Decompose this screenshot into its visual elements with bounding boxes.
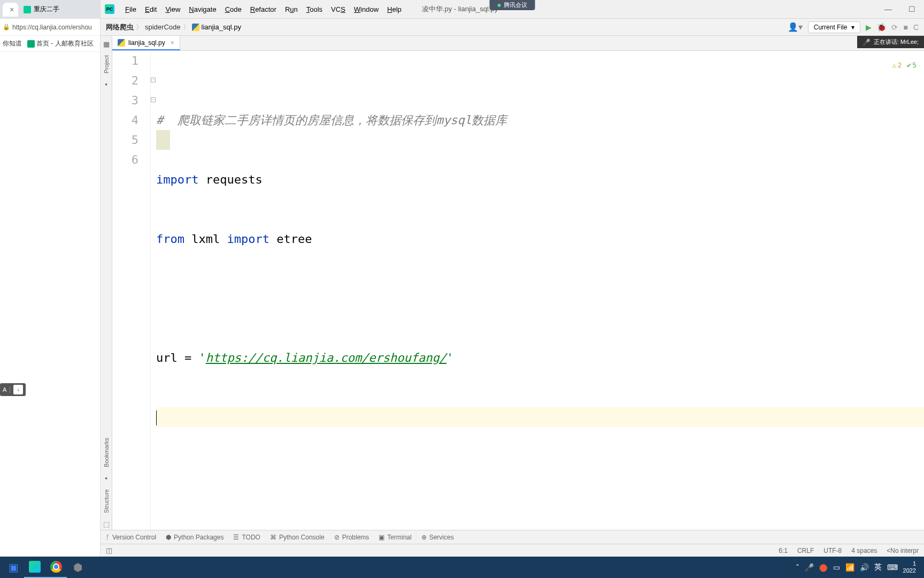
- tool-windows-icon[interactable]: ◫: [106, 546, 112, 554]
- terminal-tool[interactable]: ▣ Terminal: [379, 534, 411, 541]
- bookmarks-tool-button[interactable]: Bookmarks: [103, 438, 110, 467]
- tray-volume-icon[interactable]: 🔊: [860, 563, 869, 572]
- project-tool-icon[interactable]: ▦: [103, 40, 110, 48]
- clock-time: 1: [903, 560, 916, 567]
- breadcrumb-folder[interactable]: spiderCode: [145, 23, 181, 31]
- services-icon: ⊕: [421, 534, 427, 541]
- run-button[interactable]: ▶: [866, 23, 872, 32]
- windows-taskbar: ▣ ⬢ ˄ 🎤 ⬤ ▭ 📶 🔊 英 ⌨ 1 2022: [0, 557, 924, 578]
- tray-clock[interactable]: 1 2022: [903, 560, 916, 574]
- services-tool[interactable]: ⊕ Services: [421, 534, 454, 541]
- version-control-tool[interactable]: ᚶ Version Control: [106, 534, 156, 541]
- chevron-right-icon: 〉: [136, 22, 143, 32]
- operator: =: [184, 351, 199, 364]
- indent-setting[interactable]: 4 spaces: [851, 547, 877, 554]
- tool-label: Services: [429, 534, 454, 541]
- line-number[interactable]: 5: [112, 130, 138, 150]
- line-number[interactable]: 2: [112, 71, 138, 90]
- taskbar-app-chrome[interactable]: [45, 557, 67, 578]
- browser-tab-2[interactable]: 重庆二手: [19, 2, 64, 17]
- problems-tool[interactable]: ⊘ Problems: [334, 534, 369, 541]
- editor-container: lianjia_sql.py × 🎤 正在讲话: MrLee; ⚠ 2: [112, 36, 924, 530]
- interpreter-status[interactable]: <No interpr: [887, 547, 919, 554]
- tray-wifi-icon[interactable]: 📶: [845, 563, 854, 572]
- menu-view[interactable]: View: [161, 3, 184, 16]
- run-configuration-dropdown[interactable]: Current File ▾: [808, 21, 861, 33]
- menu-refactor[interactable]: Refactor: [246, 3, 281, 16]
- taskbar-app-meeting[interactable]: ▣: [3, 557, 24, 578]
- chevron-down-icon: ▾: [851, 24, 854, 31]
- meeting-indicator[interactable]: 腾讯会议: [490, 0, 535, 10]
- close-icon[interactable]: ×: [10, 5, 14, 14]
- tool-icon[interactable]: A: [3, 386, 6, 393]
- identifier-highlight: [156, 130, 170, 150]
- menu-code[interactable]: Code: [221, 3, 246, 16]
- comment-text: # 爬取链家二手房详情页的房屋信息，将数据保存到mysql数据库: [156, 113, 507, 127]
- maximize-button[interactable]: ☐: [904, 5, 920, 13]
- code-editor[interactable]: ⚠ 2 ✔ 5 1 2 3 4 5 6: [112, 51, 924, 530]
- tray-battery-icon[interactable]: ▭: [833, 563, 840, 572]
- python-packages-tool[interactable]: ⬢ Python Packages: [166, 534, 224, 541]
- tray-keyboard-icon[interactable]: ⌨: [887, 563, 898, 572]
- file-encoding[interactable]: UTF-8: [823, 547, 842, 554]
- menu-file[interactable]: File: [121, 3, 141, 16]
- code-line-5: url = 'https://cq.lianjia.com/ershoufang…: [156, 348, 924, 368]
- line-number[interactable]: 6: [112, 150, 138, 170]
- system-tray: ˄ 🎤 ⬤ ▭ 📶 🔊 英 ⌨ 1 2022: [796, 560, 921, 574]
- text-cursor: [156, 410, 157, 425]
- tray-ime[interactable]: 英: [874, 562, 882, 572]
- python-console-tool[interactable]: ⌘ Python Console: [270, 534, 325, 541]
- python-file-icon: [118, 39, 125, 47]
- menu-tools[interactable]: Tools: [302, 3, 327, 16]
- taskbar-app-other[interactable]: ⬢: [67, 557, 88, 578]
- breadcrumb-file[interactable]: lianjia_sql.py: [192, 23, 241, 31]
- debug-button[interactable]: 🐞: [877, 23, 886, 32]
- line-number[interactable]: 4: [112, 110, 138, 130]
- menu-edit[interactable]: Edit: [141, 3, 161, 16]
- tray-security-icon[interactable]: ⬤: [819, 563, 828, 572]
- stop-button[interactable]: ■: [903, 23, 907, 32]
- tool-label: Problems: [342, 534, 369, 541]
- browser-float-toolbar[interactable]: A ‹: [0, 383, 26, 396]
- menu-help[interactable]: Help: [383, 3, 406, 16]
- search-icon[interactable]: C: [913, 23, 919, 32]
- line-number[interactable]: 3: [112, 90, 138, 110]
- rerun-button[interactable]: ⟳: [891, 23, 898, 32]
- close-tab-icon[interactable]: ×: [171, 39, 174, 47]
- user-icon[interactable]: 👤▾: [788, 22, 803, 32]
- browser-tab-1[interactable]: ×: [3, 3, 18, 17]
- address-bar[interactable]: 🔒 https://cq.lianjia.com/ershou: [0, 19, 100, 36]
- todo-tool[interactable]: ☰ TODO: [233, 534, 260, 541]
- line-separator[interactable]: CRLF: [797, 547, 814, 554]
- separator: [10, 386, 10, 393]
- structure-tool-button[interactable]: Structure: [103, 489, 110, 513]
- menu-window[interactable]: Window: [350, 3, 383, 16]
- tool-label: Python Packages: [174, 534, 224, 541]
- bookmark-item[interactable]: 首页 - 人邮教育社区: [27, 39, 94, 48]
- menu-navigate[interactable]: Navigate: [184, 3, 220, 16]
- bookmarks-icon[interactable]: ▪: [105, 474, 107, 482]
- project-tool-button[interactable]: Project: [103, 55, 110, 73]
- import-name: etree: [270, 232, 312, 246]
- chevron-left-icon[interactable]: ‹: [13, 385, 23, 394]
- bottom-tool-strip: ᚶ Version Control ⬢ Python Packages ☰ TO…: [101, 530, 924, 544]
- bookmarks-bar: 你知道 首页 - 人邮教育社区: [0, 36, 100, 52]
- vcs-icon: ᚶ: [106, 534, 110, 541]
- breadcrumb-root[interactable]: 网络爬虫: [106, 22, 134, 32]
- menu-vcs[interactable]: VCS: [327, 3, 350, 16]
- menu-run[interactable]: Run: [281, 3, 302, 16]
- breadcrumb: 网络爬虫 〉 spiderCode 〉 lianjia_sql.py: [106, 22, 241, 32]
- speaking-text: 正在讲话: MrLee;: [874, 38, 919, 46]
- tray-chevron-up-icon[interactable]: ˄: [796, 563, 799, 572]
- folder-icon[interactable]: ▪: [105, 80, 107, 88]
- todo-icon: ☰: [233, 534, 239, 541]
- cursor-position[interactable]: 6:1: [779, 547, 788, 554]
- editor-tab-active[interactable]: lianjia_sql.py ×: [112, 36, 180, 50]
- minimize-button[interactable]: —: [880, 5, 896, 13]
- line-number[interactable]: 1: [112, 51, 138, 71]
- code-content[interactable]: # 爬取链家二手房详情页的房屋信息，将数据保存到mysql数据库 import …: [151, 51, 924, 530]
- taskbar-app-pycharm[interactable]: [24, 557, 45, 578]
- structure-icon[interactable]: ⬚: [103, 520, 110, 528]
- tray-mic-icon[interactable]: 🎤: [805, 563, 814, 572]
- string-url: https://cq.lianjia.com/ershoufang/: [206, 351, 446, 364]
